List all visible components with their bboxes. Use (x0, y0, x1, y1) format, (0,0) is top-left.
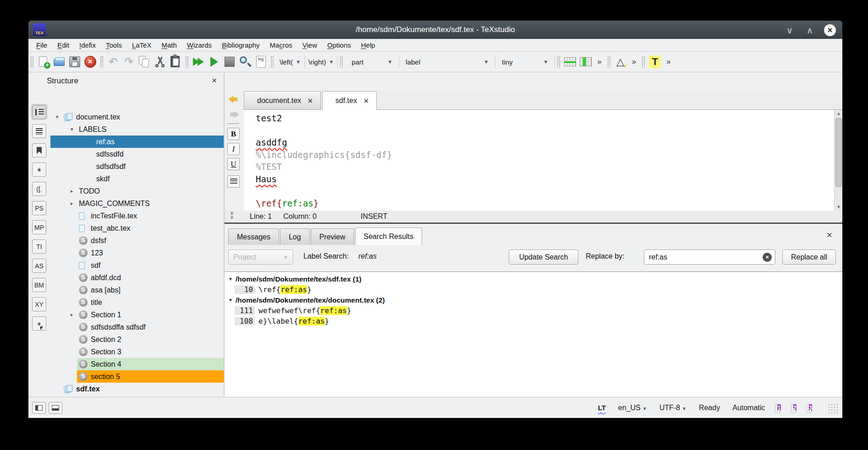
bookmark-badge[interactable]: 2 (793, 403, 797, 412)
panel-tab-preview[interactable]: Preview (311, 228, 354, 245)
tree-item[interactable]: ▾LABELS (49, 123, 224, 136)
tree-item[interactable]: Stitle (49, 296, 224, 309)
tree-item[interactable]: ▸TODO (49, 185, 224, 197)
toolbar-drag-handle[interactable] (100, 56, 104, 68)
toolbar-overflow-icon[interactable]: » (663, 57, 674, 66)
tab-close-icon[interactable]: × (363, 97, 369, 105)
navigate-forward-button[interactable] (227, 108, 240, 120)
result-match-row[interactable]: 10\ref{ref:as} (225, 284, 842, 295)
editor-tab-document.tex[interactable]: document.tex× (244, 91, 321, 109)
expander-icon[interactable]: ▸ (71, 312, 79, 318)
size-combo[interactable]: tiny▼ (495, 55, 555, 69)
tree-item[interactable]: sdfssdfd (49, 148, 224, 160)
tree-item[interactable]: Sabfdf.dcd (49, 271, 224, 284)
toolbar-overflow-icon[interactable]: » (593, 57, 605, 66)
paste-button[interactable] (168, 54, 183, 70)
build-and-view-button[interactable] (191, 54, 206, 70)
menu-view[interactable]: View (297, 39, 322, 51)
tree-item[interactable]: Ssdfsdsdffa sdfsdf (49, 321, 224, 333)
menu-options[interactable]: Options (322, 39, 356, 51)
sidebar-tab-structure-view[interactable] (32, 105, 46, 119)
tree-item[interactable]: incTestFile.tex (49, 210, 224, 222)
math-symbols-button[interactable]: △ (613, 54, 628, 70)
sidebar-tab-document-lines-view[interactable] (32, 124, 46, 138)
sidebar-tab-beamer-commands[interactable]: BM (32, 278, 46, 292)
tree-item[interactable]: ▾document.tex (49, 111, 224, 123)
toolbar-drag-handle[interactable] (30, 56, 34, 68)
navigate-back-button[interactable] (227, 93, 240, 105)
line-endings-selector[interactable]: Automatic (732, 404, 765, 412)
encoding-selector[interactable]: UTF-8▼ (659, 404, 687, 412)
sidebar-tab-metapost-commands[interactable]: MP (32, 220, 46, 234)
resize-grip[interactable] (829, 404, 839, 414)
sidebar-tab-bookmarks-view[interactable] (32, 143, 46, 157)
toolbar-drag-handle[interactable] (340, 56, 343, 68)
menu-wizards[interactable]: Wizards (182, 39, 217, 51)
compile-button[interactable] (206, 54, 222, 70)
table-add-row-button[interactable] (562, 54, 578, 70)
toolbar-drag-handle[interactable] (557, 56, 560, 68)
toggle-output-panel-button[interactable] (49, 402, 62, 414)
tree-item[interactable]: Ssection 5 (49, 370, 224, 383)
expander-icon[interactable]: ▾ (71, 126, 79, 132)
format-text-button[interactable]: T (647, 54, 663, 70)
menu-math[interactable]: Math (156, 39, 181, 51)
expander-icon[interactable]: ▼ (228, 298, 236, 303)
tree-item[interactable]: sdfsdfsdf (49, 160, 224, 173)
tree-item[interactable]: ▸MAGIC_COMMENTS (49, 197, 224, 210)
tree-item[interactable]: Sdsfsf (49, 234, 224, 247)
left-bracket-dropdown[interactable]: \left(▼ (276, 55, 305, 69)
bookmark-badge[interactable]: 1 (777, 403, 780, 412)
italic-button[interactable]: I (227, 143, 240, 155)
expander-icon[interactable]: ▼ (228, 277, 236, 282)
justify-button[interactable] (227, 175, 240, 188)
sidebar-tab-symbols-all[interactable]: * (32, 316, 46, 331)
close-file-button[interactable]: × (82, 54, 98, 70)
tree-item[interactable]: skdf (49, 173, 224, 185)
result-match-row[interactable]: 108e}\label{ref:as} (225, 316, 842, 326)
tree-item[interactable]: ▸SSection 1 (49, 309, 224, 321)
scroll-down-icon[interactable]: ▼ (835, 203, 842, 211)
window-close-button[interactable]: × (824, 24, 836, 36)
menu-macros[interactable]: Macros (265, 39, 297, 51)
redo-button[interactable]: ↷ (121, 54, 137, 70)
result-file-row[interactable]: ▼/home/sdm/Dokumente/tex/document.tex (2… (225, 295, 842, 305)
tree-item[interactable]: SSection 3 (49, 346, 224, 358)
menu-edit[interactable]: Edit (52, 39, 74, 51)
toolbar-drag-handle[interactable] (185, 56, 189, 68)
sidebar-tab-brackets-symbols[interactable]: ([. (32, 182, 46, 196)
toggle-structure-panel-button[interactable] (32, 402, 46, 414)
open-file-button[interactable] (51, 54, 67, 70)
bookmark-badge[interactable]: 3 (809, 403, 812, 412)
sidebar-tab-tikz-commands[interactable]: TI (32, 239, 46, 254)
copy-button[interactable] (137, 54, 152, 70)
label-combo[interactable]: label▼ (399, 55, 495, 69)
tree-item[interactable]: SSection 2 (49, 333, 224, 346)
search-scope-combo[interactable]: Project ▼ (228, 249, 293, 265)
menu-help[interactable]: Help (356, 39, 380, 51)
menu-latex[interactable]: LaTeX (127, 39, 157, 51)
menu-bibliography[interactable]: Bibliography (217, 39, 265, 51)
tree-item[interactable]: ref:as (49, 136, 224, 148)
tree-item[interactable]: SSection 4 (49, 358, 224, 370)
panel-tab-log[interactable]: Log (280, 228, 310, 245)
structure-close-icon[interactable]: × (212, 76, 217, 86)
result-file-row[interactable]: ▼/home/sdm/Dokumente/tex/sdf.tex (1) (225, 274, 842, 284)
sidebar-tab-asymptote-commands[interactable]: AS (32, 259, 46, 273)
language-selector[interactable]: en_US▼ (618, 404, 647, 412)
toolbar-drag-handle[interactable] (642, 56, 645, 68)
scrollbar-thumb[interactable] (835, 118, 842, 187)
cut-button[interactable] (152, 54, 168, 70)
tree-item[interactable]: sdf.tex (49, 383, 224, 395)
sidebar-tab-symbols-common[interactable]: * (32, 163, 46, 177)
panel-tab-search-results[interactable]: Search Results (355, 228, 423, 245)
tree-item[interactable]: test_abc.tex (49, 222, 224, 234)
panel-tab-messages[interactable]: Messages (228, 228, 279, 245)
menu-file[interactable]: File (31, 39, 52, 51)
tree-item[interactable]: Sasa [abs] (49, 284, 224, 296)
tree-item[interactable]: sdf (49, 259, 224, 271)
right-bracket-dropdown[interactable]: \right)▼ (305, 55, 338, 69)
menu-tools[interactable]: Tools (101, 39, 127, 51)
sectioning-combo[interactable]: part▼ (345, 55, 399, 69)
languagetool-indicator[interactable]: LT (598, 404, 606, 412)
